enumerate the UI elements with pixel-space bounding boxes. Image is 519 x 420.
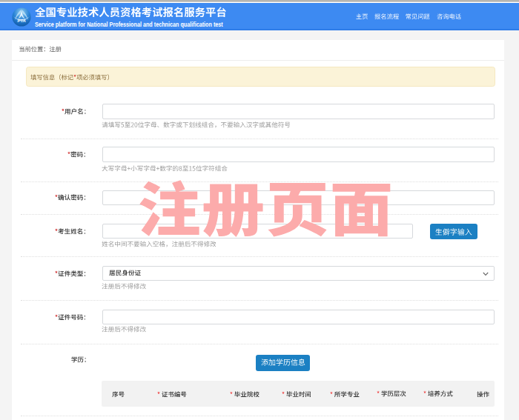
svg-text:PTA: PTA bbox=[18, 18, 26, 22]
